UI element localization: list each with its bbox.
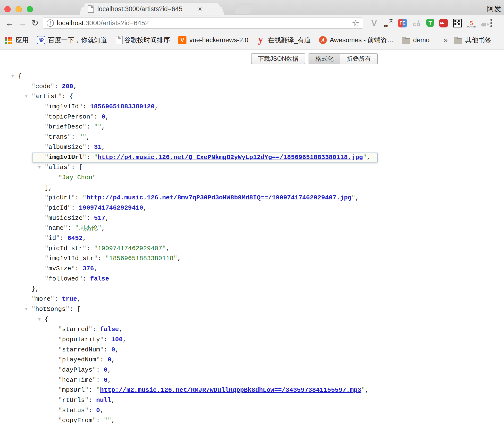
bookmark-item[interactable]: 百度一下，你就知道	[37, 36, 107, 44]
json-line: "briefDesc": "",	[0, 122, 504, 132]
baidu-icon	[37, 36, 45, 44]
forward-button: →	[16, 18, 29, 28]
bookmark-item[interactable]: 谷歌按时间排序	[115, 36, 170, 44]
collapse-toggle-icon[interactable]: ▼	[23, 304, 29, 315]
json-line: "mvSize": 376,	[0, 264, 504, 274]
url-path: :3000/artists?id=6452	[84, 19, 149, 27]
json-line: ▼{	[0, 71, 504, 82]
other-bookmarks-folder[interactable]: 其他书签	[454, 36, 491, 44]
url-text[interactable]: localhost:3000/artists?id=6452	[57, 19, 352, 27]
json-line: "picId_str": "19097417462929407",	[0, 244, 504, 254]
browser-menu-icon[interactable]	[490, 22, 492, 24]
folder-icon	[402, 38, 410, 44]
json-line: "mp3Url": "http://m2.music.126.net/RMJR7…	[0, 385, 504, 395]
new-tab-button[interactable]	[234, 4, 254, 14]
json-line: "musicSize": 517,	[0, 213, 504, 223]
json-line: "rtUrls": null,	[0, 395, 504, 406]
json-line: ],	[0, 183, 504, 193]
json-link[interactable]: http://m2.music.126.net/RMJR7wDullRqppBk…	[100, 386, 361, 394]
json-link[interactable]: http://p4.music.126.net/8mv7qP30Pd3oHW8b…	[86, 194, 352, 201]
youdao-icon	[257, 36, 265, 44]
minimize-window-button[interactable]	[16, 6, 22, 12]
folder-icon	[454, 38, 462, 44]
collapse-toggle-icon[interactable]: ▼	[10, 71, 16, 82]
json-line: ▼"hotSongs": [	[0, 304, 504, 315]
collapse-all-button[interactable]: 折叠所有	[340, 53, 378, 64]
bookmark-item[interactable]: demo	[402, 36, 430, 44]
bookmarks-overflow-icon[interactable]: »	[444, 36, 448, 44]
back-button[interactable]: ←	[3, 18, 16, 28]
format-button[interactable]: 格式化	[309, 53, 340, 64]
browser-window: { "window": { "user_label": "阿发" }, "tab…	[0, 0, 504, 426]
translate-icon[interactable]	[384, 18, 393, 28]
bookmark-item[interactable]: 应用	[4, 36, 29, 44]
close-window-button[interactable]	[4, 6, 11, 12]
html5-player-icon[interactable]	[467, 18, 476, 28]
bookmark-label: demo	[413, 36, 430, 44]
page-favicon-icon	[88, 5, 94, 13]
json-line: "trans": "",	[0, 132, 504, 142]
browser-tab[interactable]: localhost:3000/artists?id=645 ×	[84, 3, 220, 15]
json-line: ▼{	[0, 315, 504, 325]
json-line: "dayPlays": 0,	[0, 365, 504, 375]
video-speed-icon[interactable]	[439, 19, 448, 27]
json-line: "status": 0,	[0, 406, 504, 416]
bookmark-item[interactable]: vue-hackernews-2.0	[178, 36, 248, 44]
json-line: "Jay Chou"	[0, 173, 504, 183]
json-link[interactable]: http://p4.music.126.net/Q_ExePNkmgB2yWyL…	[98, 154, 363, 161]
json-line: "starredNum": 0,	[0, 345, 504, 355]
json-line: "img1v1Id": 18569651883380120,	[0, 102, 504, 112]
bookmark-label: Awesomes - 前端资…	[330, 36, 394, 44]
bookmark-label: 百度一下，你就知道	[48, 36, 107, 44]
browser-toolbar: ← → ↻ i localhost:3000/artists?id=6452 ☆…	[0, 15, 504, 31]
collapse-toggle-icon[interactable]: ▼	[23, 92, 29, 102]
maximize-window-button[interactable]	[27, 6, 33, 12]
download-json-button[interactable]: 下载JSON数据	[251, 53, 305, 64]
json-line: ▼"artist": {	[0, 92, 504, 102]
json-line: "hearTime": 0,	[0, 375, 504, 385]
json-line: "name": "周杰伦",	[0, 223, 504, 233]
collapse-toggle-icon[interactable]: ▼	[36, 315, 42, 325]
bookmark-item[interactable]: 在线翻译_有道	[257, 36, 311, 44]
extensions-row: V	[370, 18, 486, 28]
json-line: "picUrl": "http://p4.music.126.net/8mv7q…	[0, 193, 504, 203]
traffic-lights	[4, 6, 33, 12]
bookmark-star-icon[interactable]: ☆	[352, 18, 359, 28]
bookmark-label: 应用	[16, 36, 29, 44]
json-line: "id": 6452,	[0, 233, 504, 244]
awesomes-icon	[319, 36, 327, 44]
apps-icon	[4, 36, 13, 44]
site-info-icon[interactable]: i	[47, 19, 54, 27]
json-line: "followed": false	[0, 274, 504, 284]
json-line: "img1v1Url": "http://p4.music.126.net/Q_…	[32, 153, 378, 163]
reload-button[interactable]: ↻	[29, 18, 41, 28]
json-line: "copyFrom": "",	[0, 416, 504, 426]
viewer-buttons: 下载JSON数据 格式化 折叠所有	[251, 53, 378, 64]
vue-icon	[178, 36, 186, 44]
json-line: "popularity": 100,	[0, 335, 504, 345]
json-line: "img1v1Id_str": "18569651883380118",	[0, 254, 504, 264]
fe-helper-icon[interactable]	[398, 19, 407, 27]
bookmarks-bar: 应用百度一下，你就知道谷歌按时间排序vue-hackernews-2.0在线翻译…	[0, 31, 504, 50]
json-line: },	[0, 284, 504, 294]
browser-profile-name[interactable]: 阿发	[487, 4, 501, 14]
address-bar[interactable]: i localhost:3000/artists?id=6452 ☆	[43, 17, 363, 29]
format-toggle-group: 格式化 折叠所有	[309, 53, 378, 64]
json-content: ▼{"code": 200,▼"artist": {"img1v1Id": 18…	[0, 50, 504, 426]
org-chart-icon[interactable]	[412, 18, 421, 28]
json-line: "playedNum": 0,	[0, 355, 504, 365]
collapse-toggle-icon[interactable]: ▼	[36, 162, 42, 173]
url-host: localhost	[57, 19, 84, 27]
page-icon	[116, 36, 123, 44]
bookmark-label: 其他书签	[465, 36, 491, 44]
json-viewer: 下载JSON数据 格式化 折叠所有 ▼{"code": 200,▼"artist…	[0, 50, 504, 426]
paw-icon[interactable]	[481, 23, 486, 26]
tab-close-icon[interactable]: ×	[198, 5, 202, 13]
vue-devtools-icon[interactable]: V	[370, 18, 379, 28]
qr-code-icon[interactable]	[453, 19, 462, 27]
json-line: "topicPerson": 0,	[0, 112, 504, 122]
bookmark-item[interactable]: Awesomes - 前端资…	[319, 36, 394, 44]
bookmark-label: 谷歌按时间排序	[124, 36, 170, 44]
tampermonkey-icon[interactable]	[426, 19, 434, 27]
json-line: "picId": 19097417462929410,	[0, 203, 504, 213]
